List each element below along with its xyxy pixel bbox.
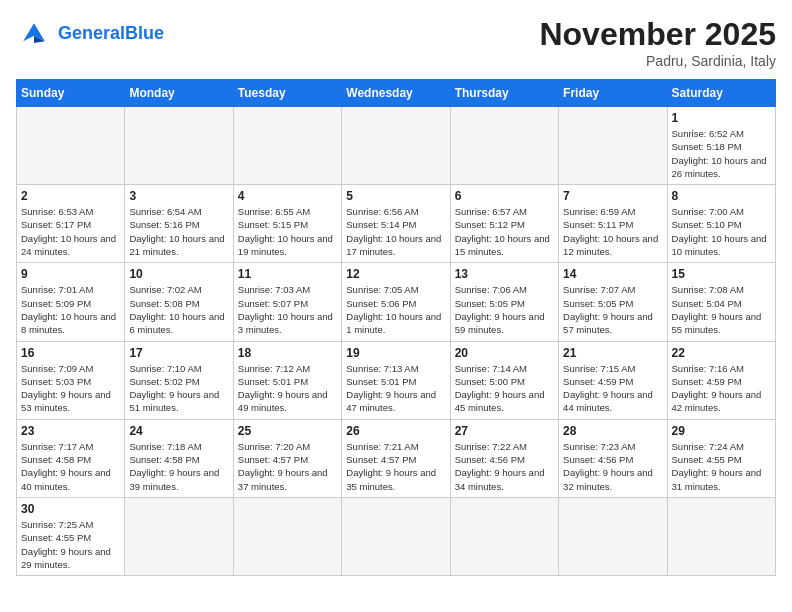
day-number: 12	[346, 267, 445, 281]
day-number: 9	[21, 267, 120, 281]
location-subtitle: Padru, Sardinia, Italy	[539, 53, 776, 69]
day-number: 8	[672, 189, 771, 203]
day-number: 16	[21, 346, 120, 360]
calendar-cell	[125, 107, 233, 185]
calendar-header-wednesday: Wednesday	[342, 80, 450, 107]
title-block: November 2025 Padru, Sardinia, Italy	[539, 16, 776, 69]
day-number: 15	[672, 267, 771, 281]
calendar-cell	[233, 497, 341, 575]
logo-general: General	[58, 23, 125, 43]
day-info: Sunrise: 6:59 AMSunset: 5:11 PMDaylight:…	[563, 205, 662, 258]
calendar-cell: 10Sunrise: 7:02 AMSunset: 5:08 PMDayligh…	[125, 263, 233, 341]
day-info: Sunrise: 7:16 AMSunset: 4:59 PMDaylight:…	[672, 362, 771, 415]
day-info: Sunrise: 7:17 AMSunset: 4:58 PMDaylight:…	[21, 440, 120, 493]
day-number: 11	[238, 267, 337, 281]
calendar-cell: 17Sunrise: 7:10 AMSunset: 5:02 PMDayligh…	[125, 341, 233, 419]
day-number: 6	[455, 189, 554, 203]
calendar-header-saturday: Saturday	[667, 80, 775, 107]
day-number: 14	[563, 267, 662, 281]
day-number: 29	[672, 424, 771, 438]
calendar-cell: 2Sunrise: 6:53 AMSunset: 5:17 PMDaylight…	[17, 185, 125, 263]
day-number: 7	[563, 189, 662, 203]
calendar-cell: 12Sunrise: 7:05 AMSunset: 5:06 PMDayligh…	[342, 263, 450, 341]
calendar-header-monday: Monday	[125, 80, 233, 107]
day-info: Sunrise: 6:55 AMSunset: 5:15 PMDaylight:…	[238, 205, 337, 258]
calendar-cell: 22Sunrise: 7:16 AMSunset: 4:59 PMDayligh…	[667, 341, 775, 419]
day-info: Sunrise: 7:15 AMSunset: 4:59 PMDaylight:…	[563, 362, 662, 415]
calendar-cell	[450, 107, 558, 185]
day-info: Sunrise: 7:18 AMSunset: 4:58 PMDaylight:…	[129, 440, 228, 493]
calendar-cell: 6Sunrise: 6:57 AMSunset: 5:12 PMDaylight…	[450, 185, 558, 263]
calendar-header-row: SundayMondayTuesdayWednesdayThursdayFrid…	[17, 80, 776, 107]
calendar-cell: 21Sunrise: 7:15 AMSunset: 4:59 PMDayligh…	[559, 341, 667, 419]
day-info: Sunrise: 7:13 AMSunset: 5:01 PMDaylight:…	[346, 362, 445, 415]
calendar-week-1: 1Sunrise: 6:52 AMSunset: 5:18 PMDaylight…	[17, 107, 776, 185]
calendar-week-6: 30Sunrise: 7:25 AMSunset: 4:55 PMDayligh…	[17, 497, 776, 575]
day-number: 1	[672, 111, 771, 125]
day-info: Sunrise: 7:25 AMSunset: 4:55 PMDaylight:…	[21, 518, 120, 571]
calendar-cell: 14Sunrise: 7:07 AMSunset: 5:05 PMDayligh…	[559, 263, 667, 341]
calendar-cell: 13Sunrise: 7:06 AMSunset: 5:05 PMDayligh…	[450, 263, 558, 341]
calendar-week-3: 9Sunrise: 7:01 AMSunset: 5:09 PMDaylight…	[17, 263, 776, 341]
day-info: Sunrise: 7:09 AMSunset: 5:03 PMDaylight:…	[21, 362, 120, 415]
day-info: Sunrise: 7:03 AMSunset: 5:07 PMDaylight:…	[238, 283, 337, 336]
calendar-cell: 26Sunrise: 7:21 AMSunset: 4:57 PMDayligh…	[342, 419, 450, 497]
day-number: 19	[346, 346, 445, 360]
calendar-week-4: 16Sunrise: 7:09 AMSunset: 5:03 PMDayligh…	[17, 341, 776, 419]
day-info: Sunrise: 6:54 AMSunset: 5:16 PMDaylight:…	[129, 205, 228, 258]
calendar-cell: 5Sunrise: 6:56 AMSunset: 5:14 PMDaylight…	[342, 185, 450, 263]
day-info: Sunrise: 7:08 AMSunset: 5:04 PMDaylight:…	[672, 283, 771, 336]
calendar-cell: 1Sunrise: 6:52 AMSunset: 5:18 PMDaylight…	[667, 107, 775, 185]
day-number: 25	[238, 424, 337, 438]
month-title: November 2025	[539, 16, 776, 53]
calendar-cell: 18Sunrise: 7:12 AMSunset: 5:01 PMDayligh…	[233, 341, 341, 419]
day-number: 30	[21, 502, 120, 516]
day-number: 2	[21, 189, 120, 203]
day-info: Sunrise: 7:06 AMSunset: 5:05 PMDaylight:…	[455, 283, 554, 336]
day-number: 23	[21, 424, 120, 438]
calendar-cell: 24Sunrise: 7:18 AMSunset: 4:58 PMDayligh…	[125, 419, 233, 497]
day-number: 22	[672, 346, 771, 360]
day-info: Sunrise: 7:20 AMSunset: 4:57 PMDaylight:…	[238, 440, 337, 493]
calendar-cell: 23Sunrise: 7:17 AMSunset: 4:58 PMDayligh…	[17, 419, 125, 497]
day-info: Sunrise: 7:24 AMSunset: 4:55 PMDaylight:…	[672, 440, 771, 493]
day-number: 5	[346, 189, 445, 203]
calendar-cell: 11Sunrise: 7:03 AMSunset: 5:07 PMDayligh…	[233, 263, 341, 341]
day-info: Sunrise: 7:05 AMSunset: 5:06 PMDaylight:…	[346, 283, 445, 336]
day-number: 21	[563, 346, 662, 360]
calendar-cell	[233, 107, 341, 185]
calendar-cell: 8Sunrise: 7:00 AMSunset: 5:10 PMDaylight…	[667, 185, 775, 263]
day-number: 4	[238, 189, 337, 203]
calendar-cell: 27Sunrise: 7:22 AMSunset: 4:56 PMDayligh…	[450, 419, 558, 497]
day-number: 27	[455, 424, 554, 438]
calendar-cell: 3Sunrise: 6:54 AMSunset: 5:16 PMDaylight…	[125, 185, 233, 263]
calendar-cell	[559, 497, 667, 575]
day-number: 24	[129, 424, 228, 438]
day-number: 28	[563, 424, 662, 438]
day-info: Sunrise: 7:23 AMSunset: 4:56 PMDaylight:…	[563, 440, 662, 493]
calendar-cell	[17, 107, 125, 185]
calendar-cell	[667, 497, 775, 575]
day-info: Sunrise: 7:22 AMSunset: 4:56 PMDaylight:…	[455, 440, 554, 493]
day-number: 10	[129, 267, 228, 281]
logo-icon	[16, 16, 52, 52]
calendar-cell: 7Sunrise: 6:59 AMSunset: 5:11 PMDaylight…	[559, 185, 667, 263]
calendar-cell: 25Sunrise: 7:20 AMSunset: 4:57 PMDayligh…	[233, 419, 341, 497]
calendar-cell: 29Sunrise: 7:24 AMSunset: 4:55 PMDayligh…	[667, 419, 775, 497]
calendar-header-thursday: Thursday	[450, 80, 558, 107]
day-info: Sunrise: 7:00 AMSunset: 5:10 PMDaylight:…	[672, 205, 771, 258]
day-info: Sunrise: 7:10 AMSunset: 5:02 PMDaylight:…	[129, 362, 228, 415]
day-info: Sunrise: 7:14 AMSunset: 5:00 PMDaylight:…	[455, 362, 554, 415]
calendar-week-5: 23Sunrise: 7:17 AMSunset: 4:58 PMDayligh…	[17, 419, 776, 497]
calendar-week-2: 2Sunrise: 6:53 AMSunset: 5:17 PMDaylight…	[17, 185, 776, 263]
day-number: 13	[455, 267, 554, 281]
day-info: Sunrise: 7:02 AMSunset: 5:08 PMDaylight:…	[129, 283, 228, 336]
calendar-cell	[125, 497, 233, 575]
day-info: Sunrise: 7:12 AMSunset: 5:01 PMDaylight:…	[238, 362, 337, 415]
calendar-cell: 28Sunrise: 7:23 AMSunset: 4:56 PMDayligh…	[559, 419, 667, 497]
logo-blue: Blue	[125, 23, 164, 43]
page-header: GeneralBlue November 2025 Padru, Sardini…	[16, 16, 776, 69]
calendar-cell: 20Sunrise: 7:14 AMSunset: 5:00 PMDayligh…	[450, 341, 558, 419]
day-number: 17	[129, 346, 228, 360]
calendar-cell: 9Sunrise: 7:01 AMSunset: 5:09 PMDaylight…	[17, 263, 125, 341]
